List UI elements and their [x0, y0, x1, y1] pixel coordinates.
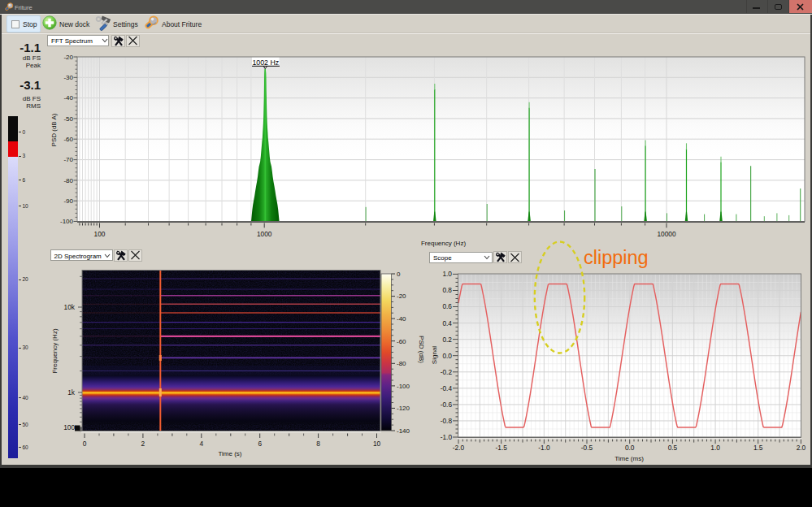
svg-text:0.2: 0.2 — [442, 336, 452, 344]
svg-text:0.0: 0.0 — [625, 444, 635, 452]
svg-text:-0.5: -0.5 — [581, 444, 593, 452]
svg-text:1.0: 1.0 — [710, 444, 720, 452]
svg-text:1.0: 1.0 — [442, 270, 452, 278]
svg-text:Time (ms): Time (ms) — [614, 455, 644, 462]
svg-text:1.5: 1.5 — [753, 444, 763, 452]
svg-text:-0.2: -0.2 — [441, 368, 453, 376]
svg-text:-0.6: -0.6 — [441, 401, 453, 409]
svg-text:2.0: 2.0 — [797, 444, 806, 452]
svg-text:-1.0: -1.0 — [538, 444, 550, 452]
svg-text:0.5: 0.5 — [668, 444, 678, 452]
svg-text:-0.4: -0.4 — [441, 384, 453, 392]
svg-text:0.6: 0.6 — [442, 302, 452, 310]
svg-text:-2.0: -2.0 — [453, 444, 465, 452]
svg-text:clipping: clipping — [584, 247, 649, 268]
svg-text:0.0: 0.0 — [442, 352, 452, 360]
svg-text:0.4: 0.4 — [442, 319, 452, 327]
svg-text:-1.5: -1.5 — [496, 444, 508, 452]
svg-text:0.8: 0.8 — [442, 286, 452, 294]
svg-text:-1.0: -1.0 — [441, 433, 453, 441]
svg-text:-0.8: -0.8 — [441, 417, 453, 425]
svg-text:Signal: Signal — [431, 346, 438, 364]
